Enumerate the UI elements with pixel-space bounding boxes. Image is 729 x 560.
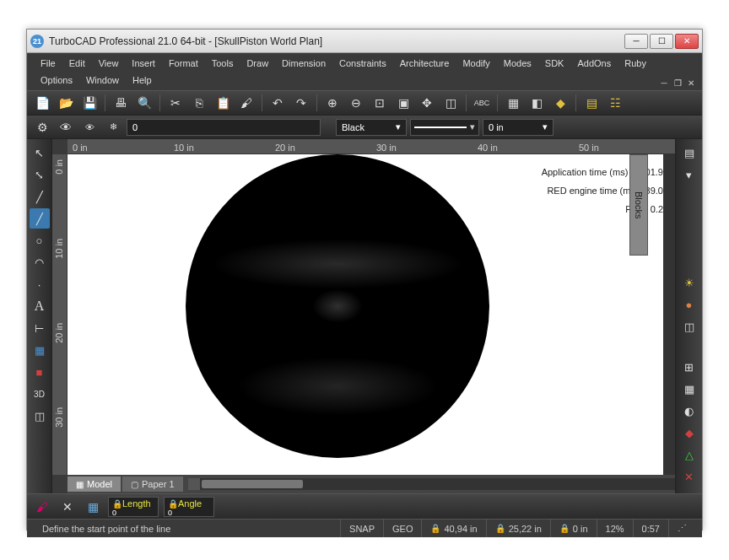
- menu-architecture[interactable]: Architecture: [393, 57, 456, 70]
- select-icon[interactable]: ↖: [30, 143, 50, 163]
- dimension-icon[interactable]: ⊢: [30, 318, 50, 338]
- menu-ruby[interactable]: Ruby: [618, 57, 653, 70]
- maximize-button[interactable]: ☐: [650, 34, 673, 49]
- line-icon[interactable]: ╱: [30, 186, 50, 207]
- layer-input[interactable]: [127, 119, 321, 136]
- calendar-icon[interactable]: ▦: [83, 497, 103, 517]
- zoom-out-icon[interactable]: ⊖: [346, 93, 366, 113]
- angle-field[interactable]: 🔒Angle 0: [164, 497, 214, 517]
- cancel-icon[interactable]: ✕: [679, 466, 699, 487]
- tab-model[interactable]: ▦ Model: [68, 477, 121, 492]
- save-icon[interactable]: 💾: [79, 93, 100, 113]
- menu-sdk[interactable]: SDK: [538, 57, 571, 70]
- vertical-scrollbar[interactable]: [663, 154, 675, 475]
- scale-level[interactable]: 0:57: [633, 520, 668, 537]
- snap-toggle[interactable]: SNAP: [340, 520, 383, 537]
- circle-icon[interactable]: ○: [30, 230, 50, 250]
- paste-icon[interactable]: 📋: [213, 93, 233, 113]
- menu-edit[interactable]: Edit: [62, 57, 92, 70]
- zoom-level[interactable]: 12%: [597, 520, 633, 537]
- undo-icon[interactable]: ↶: [267, 93, 288, 113]
- render-icon[interactable]: ◆: [550, 93, 570, 113]
- new-icon[interactable]: 📄: [32, 93, 52, 113]
- chevron-down-icon[interactable]: ▾: [679, 164, 699, 185]
- layers-icon[interactable]: ▤: [581, 93, 602, 113]
- blocks-panel-tab[interactable]: Blocks: [629, 154, 648, 256]
- menu-insert[interactable]: Insert: [125, 57, 162, 70]
- 3d-icon[interactable]: 3D: [30, 384, 50, 404]
- midpoint-icon[interactable]: △: [679, 444, 699, 465]
- text-style-icon[interactable]: ABC: [472, 93, 492, 113]
- polyline-icon[interactable]: ╱: [30, 208, 50, 229]
- color-select[interactable]: Black▾: [336, 119, 407, 136]
- palette-toggle-icon[interactable]: ▤: [679, 143, 699, 163]
- view-icon[interactable]: ◫: [440, 93, 461, 113]
- hatch-tool-icon[interactable]: ▦: [30, 340, 50, 360]
- mdi-close-button[interactable]: ✕: [685, 77, 697, 89]
- solid-icon[interactable]: ■: [30, 362, 50, 382]
- menu-modify[interactable]: Modify: [456, 57, 496, 70]
- eye-icon[interactable]: 👁: [79, 117, 100, 137]
- horizontal-scrollbar[interactable]: [188, 478, 676, 490]
- length-field[interactable]: 🔒Length 0: [108, 497, 159, 517]
- drawing-canvas[interactable]: Application time (ms)6001.9 RED engine t…: [68, 154, 675, 475]
- tab-paper1[interactable]: ▢ Paper 1: [122, 477, 183, 492]
- linetype-select[interactable]: ▾: [410, 119, 479, 136]
- text-icon[interactable]: A: [30, 296, 50, 316]
- menu-addons[interactable]: AddOns: [570, 57, 618, 70]
- menu-dimension[interactable]: Dimension: [275, 57, 332, 70]
- properties-toolbar: ⚙ 👁 👁 ❄ Black▾ ▾ 0 in▾: [27, 116, 702, 139]
- light-icon[interactable]: ☀: [679, 272, 699, 293]
- endpoint-icon[interactable]: ◆: [679, 423, 699, 443]
- arc-icon[interactable]: ◠: [30, 252, 50, 272]
- minimize-button[interactable]: ─: [624, 34, 648, 49]
- menubar: File Edit View Insert Format Tools Draw …: [27, 53, 702, 90]
- drawing-object[interactable]: [186, 154, 489, 458]
- print-icon[interactable]: 🖶: [111, 93, 131, 113]
- grid-icon[interactable]: ▦: [679, 379, 699, 399]
- brush-icon[interactable]: 🖌: [32, 497, 52, 517]
- window-title: TurboCAD Professional 21.0 64-bit - [Sku…: [49, 35, 624, 47]
- menu-constraints[interactable]: Constraints: [332, 57, 393, 70]
- menu-tools[interactable]: Tools: [205, 57, 240, 70]
- materials-icon[interactable]: ◧: [526, 93, 547, 113]
- pan-icon[interactable]: ✥: [417, 93, 437, 113]
- snap-icon[interactable]: ⊞: [679, 357, 699, 377]
- open-icon[interactable]: 📂: [56, 93, 76, 113]
- menu-window[interactable]: Window: [79, 73, 126, 87]
- sun-icon[interactable]: ●: [679, 294, 699, 315]
- zoom-in-icon[interactable]: ⊕: [322, 93, 343, 113]
- print-preview-icon[interactable]: 🔍: [134, 93, 154, 113]
- point-icon[interactable]: ·: [30, 274, 50, 294]
- mdi-restore-button[interactable]: ❐: [672, 77, 683, 89]
- geo-toggle[interactable]: GEO: [383, 520, 421, 537]
- close-button[interactable]: ✕: [675, 34, 699, 49]
- camera-icon[interactable]: ◫: [679, 316, 699, 337]
- ortho-icon[interactable]: ◐: [679, 401, 699, 421]
- menu-draw[interactable]: Draw: [240, 57, 275, 70]
- properties-icon[interactable]: ☷: [605, 93, 625, 113]
- mdi-minimize-button[interactable]: ─: [658, 77, 670, 89]
- lineweight-select[interactable]: 0 in▾: [483, 119, 554, 136]
- menu-file[interactable]: File: [34, 57, 62, 70]
- menu-modes[interactable]: Modes: [497, 57, 538, 70]
- select-edit-icon[interactable]: ⤡: [30, 164, 50, 185]
- zoom-fit-icon[interactable]: ⊡: [370, 93, 390, 113]
- freeze-icon[interactable]: ❄: [103, 117, 123, 137]
- zoom-window-icon[interactable]: ▣: [393, 93, 413, 113]
- menu-help[interactable]: Help: [126, 73, 159, 87]
- format-painter-icon[interactable]: 🖌: [236, 93, 256, 113]
- gear-icon[interactable]: ⚙: [32, 117, 52, 137]
- layer-toggle-icon[interactable]: 👁: [56, 117, 76, 137]
- resize-grip-icon[interactable]: ⋰: [668, 520, 695, 537]
- menu-view[interactable]: View: [92, 57, 126, 70]
- menu-format[interactable]: Format: [162, 57, 205, 70]
- close-panel-icon[interactable]: ✕: [57, 497, 78, 517]
- titlebar: 21 TurboCAD Professional 21.0 64-bit - […: [27, 30, 702, 53]
- hatch-icon[interactable]: ▦: [503, 93, 523, 113]
- box-icon[interactable]: ◫: [30, 406, 50, 426]
- copy-icon[interactable]: ⎘: [189, 93, 209, 113]
- cut-icon[interactable]: ✂: [165, 93, 186, 113]
- menu-options[interactable]: Options: [34, 73, 79, 87]
- redo-icon[interactable]: ↷: [291, 93, 311, 113]
